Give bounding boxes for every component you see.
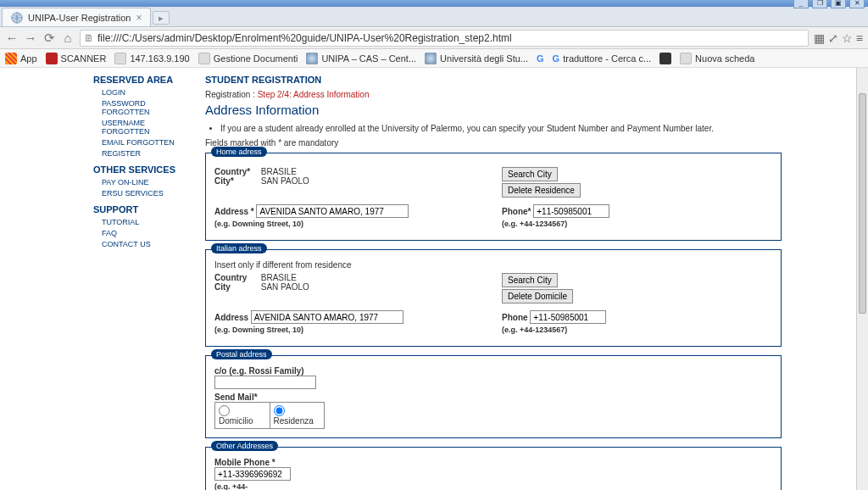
mandatory-note: Fields marked with * are mandatory	[205, 138, 782, 148]
tab-close-icon[interactable]: ×	[136, 12, 142, 24]
radio-residenza[interactable]	[274, 405, 285, 416]
window-maximize-button[interactable]: ❐	[812, 0, 827, 8]
back-button[interactable]: ←	[5, 31, 19, 45]
bookmark-icon	[659, 53, 671, 64]
sidebar-link[interactable]: PASSWORD FORGOTTEN	[93, 99, 192, 116]
apps-button[interactable]: App	[5, 53, 37, 64]
sidebar-heading-other: OTHER SERVICES	[93, 164, 192, 175]
phone-label: Phone	[502, 313, 528, 322]
phone-input[interactable]	[533, 204, 609, 218]
sidebar-link[interactable]: EMAIL FORGOTTEN	[93, 138, 192, 147]
sidebar-link[interactable]: CONTACT US	[93, 240, 192, 248]
page-viewport: RESERVED AREA LOGIN PASSWORD FORGOTTEN U…	[0, 68, 868, 490]
postal-address-panel: Postal address c/o (e.g. Rossi Family) S…	[205, 355, 782, 438]
address-bar: ← → ⟳ ⌂ 🗎 file:///C:/Users/admin/Desktop…	[0, 27, 868, 49]
panel-legend: Postal address	[211, 349, 272, 359]
bookmark-item[interactable]: Gestione Documenti	[198, 53, 298, 64]
vertical-scrollbar[interactable]	[856, 68, 868, 490]
sidebar-link[interactable]: ERSU SERVICES	[93, 189, 192, 198]
apps-label: App	[20, 53, 37, 64]
window-titlebar: _ ❐ ▣ ✕	[0, 0, 868, 7]
search-city-button[interactable]: Search City	[502, 273, 558, 287]
city-label: City	[214, 282, 259, 292]
browser-tab[interactable]: UNIPA-User Registration ×	[2, 8, 151, 26]
bookmark-label: Nuova scheda	[695, 53, 754, 64]
phone-input[interactable]	[530, 310, 606, 324]
menu-icon[interactable]: ≡	[856, 31, 863, 45]
phone-label: Phone*	[502, 207, 531, 216]
file-icon: 🗎	[84, 32, 94, 44]
bookmark-icon	[114, 53, 126, 64]
url-text: file:///C:/Users/admin/Desktop/Enrolment…	[97, 32, 512, 44]
sidebar: RESERVED AREA LOGIN PASSWORD FORGOTTEN U…	[86, 68, 197, 490]
breadcrumb-active: Step 2/4: Address Information	[258, 90, 370, 99]
home-button[interactable]: ⌂	[61, 31, 75, 45]
main-content: STUDENT REGISTRATION Registration : Step…	[197, 68, 782, 490]
panel-legend: Home adress	[211, 147, 267, 157]
phone-hint: (e.g. +44-1234567)	[502, 220, 772, 228]
bookmark-item[interactable]: UNIPA – CAS – Cent...	[306, 53, 416, 64]
radio-domicilio[interactable]	[219, 405, 230, 416]
bookmarks-bar: App SCANNER 147.163.9.190 Gestione Docum…	[0, 49, 868, 68]
address-label: Address	[214, 313, 248, 322]
tab-title: UNIPA-User Registration	[28, 13, 131, 23]
country-label: Country	[214, 273, 259, 282]
radio-residenza-label: Residenza	[274, 416, 314, 426]
bookmark-icon	[198, 53, 210, 64]
google-icon: G	[537, 53, 544, 64]
co-input[interactable]	[214, 376, 316, 389]
country-value: BRASILE	[261, 273, 297, 282]
delete-residence-button[interactable]: Delete Residence	[502, 183, 581, 198]
forward-button[interactable]: →	[24, 31, 37, 45]
bookmark-item[interactable]: 147.163.9.190	[114, 53, 189, 64]
address-label: Address *	[214, 207, 254, 216]
window-close-button[interactable]: ✕	[849, 0, 865, 8]
breadcrumb-prefix: Registration :	[205, 90, 258, 99]
search-city-button[interactable]: Search City	[502, 167, 558, 181]
url-input[interactable]: 🗎 file:///C:/Users/admin/Desktop/Enrolme…	[80, 30, 809, 47]
sidebar-heading-support: SUPPORT	[93, 204, 192, 214]
bookmark-item[interactable]	[659, 53, 671, 64]
panel-legend: Italian adress	[211, 243, 267, 253]
sidebar-link[interactable]: TUTORIAL	[93, 218, 192, 226]
globe-icon	[11, 12, 23, 24]
bookmark-item[interactable]: Università degli Stu...	[425, 53, 528, 64]
radio-domicilio-label: Domicilio	[219, 416, 253, 426]
bookmark-item[interactable]: Gtraduttore - Cerca c...	[553, 53, 652, 64]
reload-button[interactable]: ⟳	[42, 31, 56, 45]
scrollbar-thumb[interactable]	[859, 93, 866, 314]
sidebar-link[interactable]: REGISTER	[93, 149, 192, 158]
sidebar-heading-reserved: RESERVED AREA	[93, 75, 192, 85]
mobile-input[interactable]	[214, 467, 291, 481]
bookmark-item[interactable]: SCANNER	[46, 53, 107, 64]
window-restore-button[interactable]: ▣	[831, 0, 846, 8]
italian-note: Insert only if different from residence	[214, 260, 772, 270]
co-label: c/o (e.g. Rossi Family)	[214, 366, 772, 376]
sendmail-label: Send Mail*	[214, 393, 772, 402]
sidebar-link[interactable]: PAY ON-LINE	[93, 178, 192, 187]
country-label: Country*	[214, 167, 259, 176]
bookmark-icon	[306, 53, 318, 64]
home-address-panel: Home adress Country* BRASILE City* SAN P…	[205, 153, 782, 241]
qr-icon[interactable]: ▦	[814, 31, 825, 45]
panel-legend: Other Addresses	[211, 441, 278, 451]
sidebar-link[interactable]: LOGIN	[93, 88, 192, 97]
bookmark-label: SCANNER	[61, 53, 107, 64]
window-minimize-button[interactable]: _	[793, 0, 809, 8]
italian-address-panel: Italian adress Insert only if different …	[205, 249, 782, 347]
bookmark-label: Università degli Stu...	[440, 53, 528, 64]
city-value: SAN PAOLO	[261, 176, 309, 186]
address-input[interactable]	[256, 204, 409, 218]
delete-domicile-button[interactable]: Delete Domicile	[502, 289, 573, 303]
bookmark-star-icon[interactable]: ☆	[842, 31, 853, 45]
bookmark-icon	[680, 53, 692, 64]
new-tab-button[interactable]: ▸	[153, 11, 170, 25]
sidebar-link[interactable]: USERNAME FORGOTTEN	[93, 119, 192, 136]
bookmark-item[interactable]: Nuova scheda	[680, 53, 754, 64]
sidebar-link[interactable]: FAQ	[93, 229, 192, 237]
zoom-icon[interactable]: ⤢	[828, 31, 838, 45]
bookmark-item[interactable]: G	[537, 53, 544, 64]
bookmark-label: Gestione Documenti	[214, 53, 298, 64]
address-input[interactable]	[251, 310, 403, 324]
mobile-hint: (e.g. +44-333123456789)	[214, 482, 282, 490]
